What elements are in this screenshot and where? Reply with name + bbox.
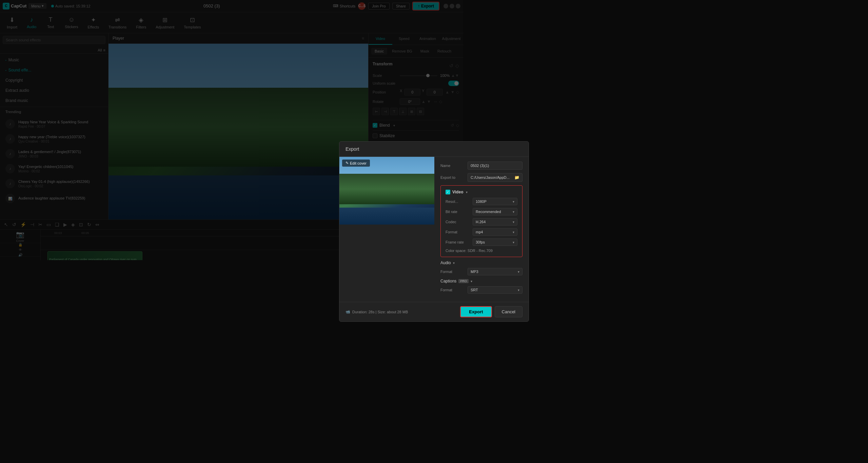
frame-rate-row: Frame rate 30fps ▾ (446, 238, 463, 246)
modal-body: ✎ Edit cover Name Export to C:/Users/Jas… (339, 157, 463, 260)
color-space-label: Color space: SDR - Rec.709 (446, 249, 463, 253)
edit-cover-button[interactable]: ✎ Edit cover (342, 160, 370, 167)
edit-icon: ✎ (346, 161, 349, 165)
codec-row: Codec H.264 ▾ (446, 218, 463, 226)
preview-image: ✎ Edit cover (339, 157, 434, 225)
modal-title: Export (339, 142, 463, 157)
preview-water (339, 208, 434, 225)
modal-form: Name Export to C:/Users/Jason/AppD... 📁 … (434, 157, 463, 260)
name-row: Name (440, 162, 463, 170)
export-modal: Export ✎ Edit cover Name (339, 141, 463, 260)
video-section: ✓ Video ▾ Resol... 1080P ▾ Bit rate (440, 185, 463, 257)
resolution-row: Resol... 1080P ▾ (446, 198, 463, 205)
name-label: Name (440, 164, 463, 168)
format-row: Format mp4 ▾ (446, 228, 463, 236)
modal-preview: ✎ Edit cover (339, 157, 434, 260)
video-section-header: ✓ Video ▾ (446, 190, 463, 194)
export-to-label: Export to (440, 175, 463, 180)
bit-rate-row: Bit rate Recommended ▾ (446, 208, 463, 215)
preview-buildings (339, 174, 434, 204)
export-to-row: Export to C:/Users/Jason/AppD... 📁 (440, 173, 463, 182)
video-check[interactable]: ✓ (446, 190, 450, 194)
modal-overlay[interactable]: Export ✎ Edit cover Name (0, 0, 463, 260)
